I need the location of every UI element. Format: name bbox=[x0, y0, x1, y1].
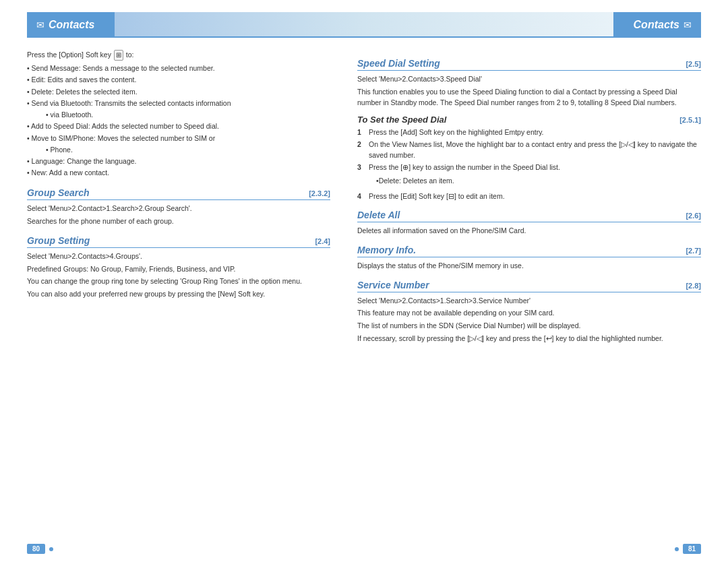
set-speed-dial-heading: To Set the Speed Dial [2.5.1] bbox=[357, 115, 701, 125]
group-setting-line4: You can also add your preferred new grou… bbox=[27, 289, 330, 300]
step-text: On the View Names list, Move the highlig… bbox=[369, 139, 701, 160]
step-num: 4 bbox=[357, 191, 367, 201]
speed-dial-desc: This function enables you to use the Spe… bbox=[357, 87, 701, 108]
service-number-number: [2.8] bbox=[686, 282, 701, 290]
group-search-body: Select 'Menu>2.Contact>1.Search>2.Group … bbox=[27, 204, 330, 227]
list-item: via Bluetooth. bbox=[35, 110, 330, 120]
speed-dial-select: Select 'Menu>2.Contacts>3.Speed Dial' bbox=[357, 74, 701, 85]
group-search-heading: Group Search [2.3.2] bbox=[27, 187, 330, 200]
delete-all-number: [2.6] bbox=[686, 212, 701, 220]
memory-info-heading: Memory Info. [2.7] bbox=[357, 245, 701, 257]
service-number-line4: If necessary, scroll by pressing the [▷/… bbox=[357, 334, 701, 344]
group-setting-title: Group Setting bbox=[27, 235, 90, 246]
list-item: Add to Speed Dial: Adds the selected num… bbox=[27, 121, 330, 131]
memory-info-title: Memory Info. bbox=[357, 245, 416, 255]
group-search-line1: Select 'Menu>2.Contact>1.Search>2.Group … bbox=[27, 204, 330, 214]
step-3: 3 Press the [⊕] key to assign the number… bbox=[357, 162, 701, 173]
memory-info-number: [2.7] bbox=[686, 247, 701, 255]
step-1: 1 Press the [Add] Soft key on the highli… bbox=[357, 127, 701, 137]
group-search-number: [2.3.2] bbox=[309, 189, 330, 197]
memory-info-body: Displays the status of the Phone/SIM mem… bbox=[357, 261, 701, 272]
speed-dial-title: Speed Dial Setting bbox=[357, 58, 440, 69]
footer-dot-left bbox=[49, 547, 53, 551]
page-number-left: 80 bbox=[27, 544, 45, 554]
step-text: Press the [Edit] Soft key [⊟] to edit an… bbox=[369, 191, 701, 201]
footer-dot-right bbox=[675, 547, 679, 551]
service-number-title: Service Number bbox=[357, 280, 429, 290]
set-speed-dial-body: 1 Press the [Add] Soft key on the highli… bbox=[357, 127, 701, 201]
envelope-left-icon: ✉ bbox=[36, 20, 44, 30]
set-speed-dial-number: [2.5.1] bbox=[679, 116, 701, 124]
set-speed-dial-title: To Set the Speed Dial bbox=[357, 115, 446, 125]
press-line: Press the [Option] Soft key ⊞ to: bbox=[27, 50, 330, 61]
bullet-sub-list: Delete: Deletes an item. bbox=[367, 176, 454, 188]
group-setting-number: [2.4] bbox=[315, 237, 330, 245]
step-num: 3 bbox=[357, 162, 367, 173]
step-num: 2 bbox=[357, 139, 367, 160]
service-number-line3: The list of numbers in the SDN (Service … bbox=[357, 321, 701, 332]
list-item: Phone. bbox=[35, 145, 330, 155]
speed-dial-number: [2.5] bbox=[686, 60, 701, 68]
step-text: Press the [⊕] key to assign the number i… bbox=[369, 162, 701, 173]
step-text: Press the [Add] Soft key on the highligh… bbox=[369, 127, 701, 137]
step-3-bullet: Delete: Deletes an item. bbox=[357, 175, 701, 189]
service-number-heading: Service Number [2.8] bbox=[357, 280, 701, 292]
intro-section: Press the [Option] Soft key ⊞ to: Send M… bbox=[27, 50, 330, 178]
group-search-title: Group Search bbox=[27, 187, 90, 198]
delete-all-title: Delete All bbox=[357, 210, 400, 220]
list-item: New: Add a new contact. bbox=[27, 168, 330, 178]
delete-all-desc: Deletes all information saved on the Pho… bbox=[357, 226, 701, 237]
memory-info-desc: Displays the status of the Phone/SIM mem… bbox=[357, 261, 701, 272]
content-area: Press the [Option] Soft key ⊞ to: Send M… bbox=[0, 38, 728, 538]
step-4: 4 Press the [Edit] Soft key [⊟] to edit … bbox=[357, 191, 701, 201]
footer-left: 80 bbox=[27, 544, 53, 554]
steps-list: 1 Press the [Add] Soft key on the highli… bbox=[357, 127, 701, 201]
list-item: Edit: Edits and saves the content. bbox=[27, 75, 330, 85]
service-number-line1: Select 'Menu>2.Contacts>1.Search>3.Servi… bbox=[357, 296, 701, 307]
group-search-line2: Searches for the phone number of each gr… bbox=[27, 216, 330, 227]
service-number-body: Select 'Menu>2.Contacts>1.Search>3.Servi… bbox=[357, 296, 701, 344]
group-setting-line3: You can change the group ring tone by se… bbox=[27, 276, 330, 287]
step-num: 1 bbox=[357, 127, 367, 137]
header-middle-bar bbox=[115, 12, 613, 38]
header-left-title: Contacts bbox=[49, 19, 94, 31]
page-number-right: 81 bbox=[683, 544, 701, 554]
header-left-contacts: ✉ Contacts bbox=[27, 12, 115, 38]
group-setting-line2: Predefined Groups: No Group, Family, Fri… bbox=[27, 264, 330, 275]
header-right-title: Contacts bbox=[634, 19, 679, 31]
delete-bullet: Delete: Deletes an item. bbox=[376, 176, 454, 186]
footer-right: 81 bbox=[675, 544, 701, 554]
list-item: Send via Bluetooth: Transmits the select… bbox=[27, 98, 330, 108]
delete-all-heading: Delete All [2.6] bbox=[357, 210, 701, 222]
delete-all-body: Deletes all information saved on the Pho… bbox=[357, 226, 701, 237]
list-item: Move to SIM/Phone: Moves the selected nu… bbox=[27, 133, 330, 144]
page-footer: 80 81 bbox=[0, 538, 728, 562]
group-setting-line1: Select 'Menu>2.Contacts>4.Groups'. bbox=[27, 251, 330, 262]
list-item: Send Message: Sends a message to the sel… bbox=[27, 63, 330, 73]
list-item: Language: Change the language. bbox=[27, 156, 330, 166]
group-setting-body: Select 'Menu>2.Contacts>4.Groups'. Prede… bbox=[27, 251, 330, 300]
envelope-right-icon: ✉ bbox=[684, 20, 692, 30]
service-number-line2: This feature may not be available depend… bbox=[357, 308, 701, 319]
step-2: 2 On the View Names list, Move the highl… bbox=[357, 139, 701, 160]
page-header: ✉ Contacts Contacts ✉ bbox=[27, 12, 701, 38]
speed-dial-heading: Speed Dial Setting [2.5] bbox=[357, 58, 701, 71]
header-right-contacts: Contacts ✉ bbox=[613, 12, 701, 38]
left-column: Press the [Option] Soft key ⊞ to: Send M… bbox=[27, 50, 351, 538]
list-item: Delete: Deletes the selected item. bbox=[27, 87, 330, 97]
group-setting-heading: Group Setting [2.4] bbox=[27, 235, 330, 248]
right-column: Speed Dial Setting [2.5] Select 'Menu>2.… bbox=[351, 50, 701, 538]
speed-dial-body: Select 'Menu>2.Contacts>3.Speed Dial' Th… bbox=[357, 74, 701, 108]
intro-list: Send Message: Sends a message to the sel… bbox=[27, 63, 330, 178]
page-container: ✉ Contacts Contacts ✉ Press the [Option]… bbox=[0, 0, 728, 562]
